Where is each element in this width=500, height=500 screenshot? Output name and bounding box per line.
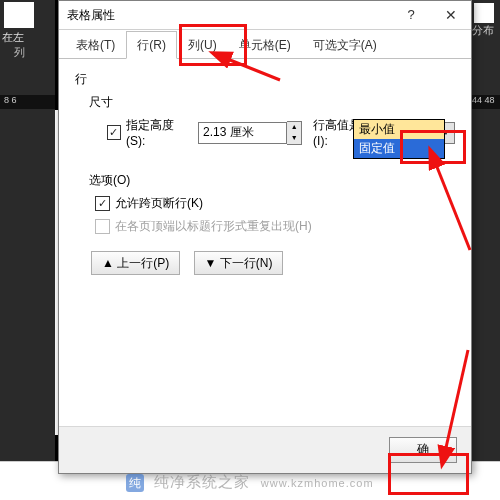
- dialog-body: 行 尺寸 指定高度(S): 2.13 厘米 ▲▼ 行高值是(I): 固定值 ▼ …: [59, 59, 471, 429]
- ribbon-col-label: 列: [14, 45, 55, 60]
- height-value: 2.13 厘米: [203, 124, 254, 141]
- prev-row-button[interactable]: ▲ 上一行(P): [91, 251, 180, 275]
- spinner-down-icon[interactable]: ▼: [287, 133, 301, 144]
- next-row-button[interactable]: ▼ 下一行(N): [194, 251, 284, 275]
- allow-break-checkbox[interactable]: [95, 196, 110, 211]
- ok-button[interactable]: 确: [389, 437, 457, 463]
- specify-height-label: 指定高度(S):: [126, 117, 188, 148]
- dropdown-option-fixed[interactable]: 固定值: [354, 139, 444, 158]
- help-button[interactable]: ?: [391, 1, 431, 29]
- ribbon-insert-icon: [4, 2, 34, 28]
- repeat-header-checkbox: [95, 219, 110, 234]
- ribbon-insert-left-label: 在左: [2, 30, 55, 45]
- close-button[interactable]: ✕: [431, 1, 471, 29]
- allow-break-label: 允许跨页断行(K): [115, 195, 203, 212]
- dialog-footer: 确: [59, 426, 471, 473]
- tab-row[interactable]: 行(R): [126, 31, 177, 59]
- tab-column[interactable]: 列(U): [177, 31, 228, 59]
- dialog-title: 表格属性: [59, 7, 391, 24]
- spinner-up-icon[interactable]: ▲: [287, 122, 301, 133]
- height-input[interactable]: 2.13 厘米: [198, 122, 287, 144]
- tab-cell[interactable]: 单元格(E): [228, 31, 302, 59]
- ribbon-distribute-label: 分布: [472, 23, 500, 38]
- section-options-label: 选项(O): [89, 172, 455, 189]
- tab-table[interactable]: 表格(T): [65, 31, 126, 59]
- repeat-header-label: 在各页顶端以标题行形式重复出现(H): [115, 218, 312, 235]
- ruler-right: 44 48: [470, 95, 500, 109]
- tab-strip: 表格(T) 行(R) 列(U) 单元格(E) 可选文字(A): [59, 30, 471, 59]
- specify-height-checkbox[interactable]: [107, 125, 121, 140]
- height-spinner[interactable]: ▲▼: [287, 121, 302, 145]
- tab-alt-text[interactable]: 可选文字(A): [302, 31, 388, 59]
- section-row-label: 行: [75, 71, 455, 88]
- ribbon-distribute-icon: [474, 3, 494, 23]
- row-height-dropdown: 最小值 固定值: [353, 119, 445, 159]
- dropdown-option-min[interactable]: 最小值: [354, 120, 444, 139]
- titlebar: 表格属性 ? ✕: [59, 1, 471, 30]
- section-size-label: 尺寸: [89, 94, 455, 111]
- ruler-left: 8 6: [0, 95, 55, 109]
- table-properties-dialog: 表格属性 ? ✕ 表格(T) 行(R) 列(U) 单元格(E) 可选文字(A) …: [58, 0, 472, 474]
